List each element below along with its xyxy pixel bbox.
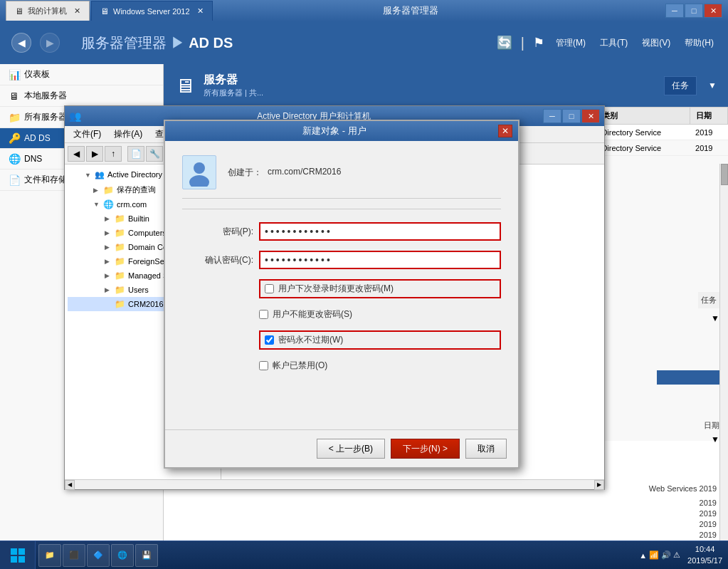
explorer-icon: 📁 [45, 550, 55, 560]
network-tray-icon[interactable]: 📶 [649, 550, 659, 560]
taskbar-item-network[interactable]: 🌐 [111, 544, 134, 567]
svg-rect-5 [19, 556, 25, 563]
ad-tool-btn2[interactable]: 🔧 [146, 146, 163, 162]
col-date[interactable]: 日期 [690, 108, 727, 125]
dialog-close-button[interactable]: ✕ [498, 125, 512, 137]
created-at-label: 创建于： [228, 167, 262, 179]
tray-arrow[interactable]: ▲ [639, 551, 647, 560]
checkbox-cannot-change-password[interactable] [259, 310, 268, 319]
ad-maximize-button[interactable]: □ [562, 109, 581, 123]
sound-tray-icon[interactable]: 🔊 [661, 550, 671, 560]
users-folder-icon: 📁 [115, 285, 125, 295]
panel-header: 🖥 服务器 所有服务器 | 共... 任务 ▼ [164, 64, 728, 107]
cancel-button[interactable]: 取消 [465, 439, 507, 459]
tab-windows-server[interactable]: 🖥 Windows Server 2012 ✕ [91, 1, 213, 21]
minimize-button[interactable]: ─ [665, 4, 684, 18]
back-button[interactable]: ◀ [11, 33, 31, 53]
checkbox1-label[interactable]: 用户下次登录时须更改密码(M) [278, 283, 394, 295]
menu-help[interactable]: 帮助(H) [682, 36, 717, 51]
computers-folder-icon: 📁 [115, 228, 125, 238]
checkbox-password-never-expires[interactable] [265, 335, 274, 345]
dialog-header: 创建于： crm.com/CRM2016 [182, 155, 501, 199]
ad-forward-button[interactable]: ▶ [86, 146, 103, 162]
cell-date: 2019 [690, 125, 727, 140]
alert-tray-icon[interactable]: ⚠ [673, 550, 680, 560]
checkbox3-highlight: 密码永不过期(W) [259, 330, 501, 350]
confirm-form-group: 确认密码(C): [182, 251, 501, 269]
scrollbar-thumb[interactable] [721, 164, 728, 185]
svg-point-0 [194, 162, 205, 174]
cell-category: Directory Service [596, 125, 690, 140]
ad-menu-action[interactable]: 操作(A) [111, 127, 145, 142]
tree-arrow6: ▶ [105, 244, 112, 251]
checkbox4-label[interactable]: 帐户已禁用(O) [273, 360, 327, 372]
ad-up-button[interactable]: ↑ [105, 146, 122, 162]
sidebar-item-local[interactable]: 🖥 本地服务器 [0, 85, 163, 107]
taskbar: 📁 ⬛ 🔷 🌐 💾 ▲ 📶 🔊 ⚠ 10:44 2019/5/17 [0, 541, 728, 569]
password-form-group: 密码(P): [182, 222, 501, 241]
password-input[interactable] [259, 222, 501, 241]
taskbar-item-explorer[interactable]: 📁 [38, 544, 61, 567]
dns-icon: 🌐 [9, 153, 20, 165]
saved-folder-icon: 📁 [103, 185, 114, 195]
taskbar-item-drive[interactable]: 💾 [135, 544, 158, 567]
svg-rect-3 [19, 548, 25, 555]
dialog-title-text: 新建对象 - 用户 [171, 125, 498, 137]
panel-title: 服务器 [204, 73, 263, 88]
tree-arrow8: ▶ [105, 272, 112, 279]
svg-point-1 [189, 175, 209, 187]
domain-folder-icon: 🌐 [103, 199, 114, 209]
panel-subtitle: 所有服务器 | 共... [204, 88, 263, 98]
ad-tool-btn1[interactable]: 📄 [127, 146, 144, 162]
tab-my-computer[interactable]: 🖥 我的计算机 ✕ [6, 1, 90, 21]
date-row1: 2019 [700, 498, 717, 507]
tree-arrow7: ▶ [105, 258, 112, 265]
ad-menu-file[interactable]: 文件(F) [70, 127, 104, 142]
right-chevron-down[interactable]: ▼ [711, 313, 719, 323]
dialog-info: 创建于： crm.com/CRM2016 [228, 167, 341, 179]
tree-folder-icon: 👥 [95, 170, 105, 179]
right-chevron-down2[interactable]: ▼ [711, 434, 719, 444]
checkbox2-label[interactable]: 用户不能更改密码(S) [273, 308, 352, 320]
confirm-label: 确认密码(C): [182, 254, 253, 266]
dialog-content: 创建于： crm.com/CRM2016 密码(P): 确认密码(C): 用户下… [165, 141, 518, 429]
scroll-right-btn[interactable]: ▶ [594, 480, 604, 490]
task-button[interactable]: 任务 [664, 76, 697, 95]
maximize-button[interactable]: □ [685, 4, 703, 18]
back-button[interactable]: < 上一步(B) [317, 439, 385, 459]
dialog-title-bar: 新建对象 - 用户 ✕ [165, 121, 518, 141]
taskbar-item-cmd2[interactable]: 🔷 [87, 544, 110, 567]
close-button[interactable]: ✕ [704, 4, 722, 18]
tree-arrow4: ▶ [105, 215, 112, 222]
checkbox3-label[interactable]: 密码永不过期(W) [278, 334, 343, 346]
ad-horizontal-scroll[interactable]: ◀ ▶ [65, 479, 604, 489]
scroll-left-btn[interactable]: ◀ [65, 480, 75, 490]
all-servers-icon: 📁 [9, 112, 20, 123]
menu-view[interactable]: 视图(V) [639, 36, 673, 51]
menu-tools[interactable]: 工具(T) [597, 36, 631, 51]
domainco-folder-icon: 📁 [115, 242, 125, 252]
start-button[interactable] [0, 541, 36, 570]
toolbar: ◀ ▶ 服务器管理器 ▶ AD DS 🔄 | ⚑ 管理(M) 工具(T) 视图(… [0, 21, 728, 64]
panel-chevron[interactable]: ▼ [708, 80, 717, 90]
ad-minimize-button[interactable]: ─ [543, 109, 561, 123]
next-button[interactable]: 下一步(N) > [391, 439, 460, 459]
title-text: 服务器管理器 [213, 4, 608, 17]
menu-manage[interactable]: 管理(M) [553, 36, 589, 51]
ad-back-button[interactable]: ◀ [68, 146, 85, 162]
adds-icon: 🔑 [9, 132, 20, 144]
taskbar-clock[interactable]: 10:44 2019/5/17 [687, 544, 722, 566]
checkbox-must-change-password[interactable] [265, 284, 274, 293]
foreign-folder-icon: 📁 [115, 256, 125, 266]
col-category[interactable]: 类别 [596, 108, 690, 125]
tree-arrow9: ▶ [105, 286, 112, 293]
sidebar-item-dashboard[interactable]: 📊 仪表板 [0, 64, 163, 85]
confirm-password-input[interactable] [259, 251, 501, 269]
taskbar-items: 📁 ⬛ 🔷 🌐 💾 [36, 544, 633, 567]
taskbar-item-cmd[interactable]: ⬛ [63, 544, 85, 567]
forward-button[interactable]: ▶ [40, 33, 60, 53]
network-icon: 🌐 [117, 550, 127, 560]
scrollbar-track[interactable] [719, 164, 728, 541]
ad-close-button[interactable]: ✕ [581, 109, 600, 123]
checkbox-account-disabled[interactable] [259, 361, 268, 370]
